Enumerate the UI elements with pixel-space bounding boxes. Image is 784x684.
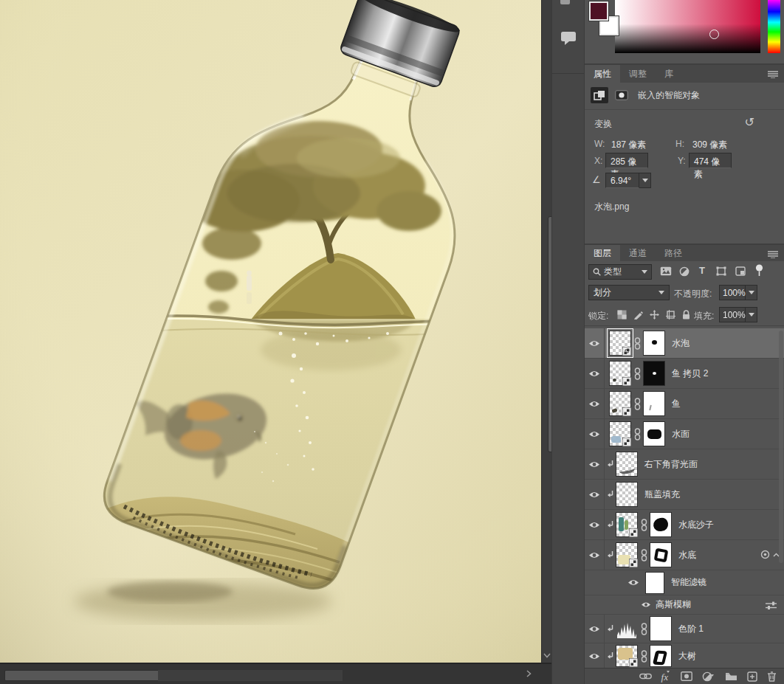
visibility-eye-icon[interactable] (585, 419, 605, 449)
layer-row-levels1[interactable]: 色阶 1 (585, 615, 784, 643)
layer-name[interactable]: 水底沙子 (678, 519, 714, 531)
layer-thumbnail[interactable] (616, 452, 638, 477)
filter-type-layers-icon[interactable]: T (699, 265, 705, 276)
canvas-horizontal-scrollbar[interactable] (0, 663, 551, 684)
levels-adjustment-icon[interactable] (616, 616, 638, 641)
layer-thumbnail[interactable] (609, 421, 631, 446)
mask-link-icon[interactable] (633, 367, 642, 380)
layer-name[interactable]: 色阶 1 (678, 623, 704, 635)
visibility-eye-icon[interactable] (627, 578, 639, 587)
fill-dropdown-button[interactable] (746, 307, 757, 322)
visibility-eye-icon[interactable] (585, 510, 605, 539)
layer-row-shuidi[interactable]: 水底 (585, 540, 784, 570)
layer-mask-thumbnail[interactable] (650, 542, 672, 567)
visibility-eye-icon[interactable] (585, 449, 605, 479)
tab-channels[interactable]: 通道 (620, 245, 656, 261)
link-layers-icon[interactable] (639, 673, 652, 680)
smart-filters-label[interactable]: 智能滤镜 (671, 576, 706, 589)
blend-mode-select[interactable]: 划分 (588, 285, 670, 300)
layer-thumbnail[interactable] (616, 482, 638, 507)
mask-link-icon[interactable] (639, 519, 648, 531)
filter-mask-thumbnail[interactable] (645, 572, 664, 594)
tab-layers[interactable]: 图层 (585, 245, 620, 261)
layer-row-shuimian[interactable]: 水面 (585, 419, 784, 449)
layer-row-shuipao[interactable]: 水泡 (585, 328, 784, 359)
layer-name[interactable]: 水底 (678, 549, 696, 562)
mask-link-icon[interactable] (633, 337, 642, 350)
mask-link-icon[interactable] (639, 650, 648, 663)
layer-name[interactable]: 鱼 (672, 398, 681, 410)
layer-thumbnail[interactable] (616, 512, 638, 537)
layer-thumbnail[interactable] (609, 331, 631, 356)
filter-blending-options-icon[interactable] (766, 601, 777, 609)
lock-transparent-pixels-icon[interactable] (617, 310, 627, 319)
layer-row-sand[interactable]: 水底沙子 (585, 510, 784, 540)
canvas-vertical-scrollbar[interactable] (541, 0, 551, 663)
new-layer-icon[interactable] (747, 671, 757, 682)
layer-name[interactable]: 水泡 (672, 337, 690, 350)
delete-layer-icon[interactable] (767, 671, 777, 682)
visibility-eye-icon[interactable] (585, 643, 605, 669)
layer-mask-properties-icon[interactable] (613, 87, 630, 103)
layer-mask-thumbnail[interactable] (650, 645, 672, 667)
layer-mask-thumbnail[interactable] (650, 512, 672, 537)
visibility-eye-icon[interactable] (585, 328, 605, 358)
y-position-field[interactable]: 474 像素 (689, 153, 732, 168)
layer-thumbnail[interactable] (616, 542, 638, 567)
comment-bubble-icon[interactable] (560, 30, 577, 46)
smart-filters-row[interactable]: 智能滤镜 (585, 570, 784, 595)
new-group-icon[interactable] (725, 671, 737, 681)
mask-link-icon[interactable] (633, 398, 642, 410)
filter-name[interactable]: 高斯模糊 (656, 598, 691, 611)
layer-mask-thumbnail[interactable] (643, 391, 665, 416)
panel-menu-icon[interactable] (768, 70, 778, 78)
layer-row-cap-fill[interactable]: 瓶盖填充 (585, 480, 784, 510)
smart-filter-toggle-icon[interactable] (760, 550, 770, 559)
color-field-cursor[interactable] (709, 30, 719, 39)
tab-adjustments[interactable]: 调整 (620, 65, 656, 83)
tab-paths[interactable]: 路径 (656, 245, 691, 261)
layer-row-yu[interactable]: 鱼 (585, 389, 784, 419)
filter-pin-toggle-icon[interactable] (755, 264, 763, 277)
filter-adjustment-layers-icon[interactable] (679, 266, 690, 277)
visibility-eye-icon[interactable] (585, 615, 605, 643)
horizontal-scrollbar-track[interactable] (158, 670, 343, 681)
mask-link-icon[interactable] (639, 623, 648, 635)
x-position-field[interactable]: 285 像素 (605, 153, 648, 168)
layer-name[interactable]: 水面 (672, 428, 690, 441)
visibility-eye-icon[interactable] (585, 480, 605, 509)
layer-name[interactable]: 大树 (678, 650, 696, 663)
lock-artboard-icon[interactable] (666, 310, 675, 319)
saturation-brightness-field[interactable] (615, 0, 760, 53)
horizontal-scrollbar-thumb[interactable] (4, 670, 162, 681)
opacity-field[interactable]: 100% (719, 285, 746, 300)
filter-pixel-layers-icon[interactable] (660, 266, 672, 276)
panel-menu-icon[interactable] (768, 250, 778, 258)
visibility-eye-icon[interactable] (585, 540, 605, 570)
layer-row-backlight[interactable]: 右下角背光面 (585, 449, 784, 480)
layer-name[interactable]: 瓶盖填充 (644, 488, 680, 501)
lock-image-pixels-icon[interactable] (633, 310, 643, 319)
scroll-down-arrow-icon[interactable] (543, 652, 551, 658)
add-layer-mask-icon[interactable] (681, 671, 692, 681)
scroll-right-arrow-icon[interactable] (526, 669, 532, 678)
adjustment-layer-icon[interactable] (702, 671, 715, 682)
gaussian-blur-filter-row[interactable]: 高斯模糊 (585, 595, 784, 615)
layer-mask-thumbnail[interactable] (643, 361, 665, 386)
mask-link-icon[interactable] (639, 549, 648, 562)
collapsed-panel-icon[interactable] (560, 0, 570, 4)
opacity-dropdown-button[interactable] (746, 285, 757, 300)
adjustment-mask-thumbnail[interactable] (650, 616, 672, 641)
angle-dropdown-button[interactable] (639, 173, 651, 188)
layer-row-dashu[interactable]: 大树 (585, 643, 784, 669)
mask-link-icon[interactable] (633, 428, 642, 441)
layer-name[interactable]: 右下角背光面 (644, 458, 698, 471)
layer-style-fx-icon[interactable]: fx (661, 670, 671, 683)
layers-panel-scrollbar[interactable] (779, 331, 783, 563)
layer-thumbnail[interactable] (609, 361, 631, 386)
visibility-eye-icon[interactable] (585, 389, 605, 418)
fill-field[interactable]: 100% (719, 307, 746, 322)
layer-thumbnail[interactable] (609, 391, 631, 416)
layer-filter-type-select[interactable]: 类型 (588, 264, 652, 280)
tab-libraries[interactable]: 库 (656, 65, 682, 83)
